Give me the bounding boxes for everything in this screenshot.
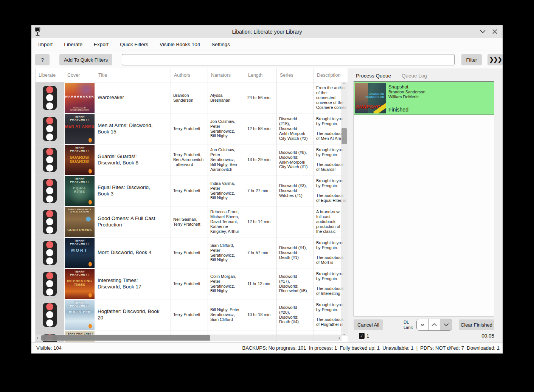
header-cover[interactable]: Cover xyxy=(64,68,95,82)
header-liberate[interactable]: Liberate xyxy=(36,68,64,82)
liberate-cell[interactable] xyxy=(36,268,64,299)
length-cell: 11 hr 12 min xyxy=(245,268,277,299)
queue-tabs: Process Queue Queue Log xyxy=(354,70,494,81)
tab-queue-log[interactable]: Queue Log xyxy=(402,73,427,79)
help-button[interactable]: ? xyxy=(35,54,50,65)
title-cell: Men at Arms: Discworld, Book 15 xyxy=(95,113,171,144)
clear-finished-button[interactable]: Clear Finished xyxy=(459,319,494,330)
menu-settings[interactable]: Settings xyxy=(206,38,236,51)
process-queue-panel: Process Queue Queue Log BRANDON SANDERSO… xyxy=(348,68,503,342)
cover-cell: TERRY PRATCHETTMORT xyxy=(64,237,95,268)
header-description[interactable]: Description xyxy=(314,68,348,82)
narrators-cell: Jon Culshaw, Peter Serafinowicz, Bill Ni… xyxy=(208,144,245,175)
header-length[interactable]: Length xyxy=(245,68,277,82)
cover-image: TERRY PRATCHETTHOGFATHER xyxy=(65,300,95,330)
length-cell: 12 hr 14 min xyxy=(245,206,277,237)
liberate-cell[interactable] xyxy=(36,175,64,206)
authors-cell: Terry Pratchett xyxy=(171,299,208,330)
queue-item[interactable]: BRANDON SANDERSON SNAPSHOT Snapshot Bran… xyxy=(354,82,494,115)
traffic-light-icon[interactable] xyxy=(43,117,57,141)
header-series[interactable]: Series xyxy=(277,68,314,82)
header-narrators[interactable]: Narrators xyxy=(208,68,245,82)
scroll-down-icon[interactable]: ⌄ xyxy=(343,332,346,336)
length-cell: 10 hr 18 min xyxy=(245,299,277,330)
search-input[interactable] xyxy=(122,54,455,65)
vertical-scrollbar[interactable]: ⌃ ⌄ xyxy=(341,82,348,336)
fast-forward-chevrons-icon[interactable]: ❯❯❯ xyxy=(487,54,503,65)
traffic-light-icon[interactable] xyxy=(43,148,57,172)
authors-cell: Terry Pratchett, Ben Aaronovitch - after… xyxy=(171,144,208,175)
header-authors[interactable]: Authors xyxy=(171,68,208,82)
series-cell: Discworld (#4), Discworld: Death (#1) xyxy=(277,237,314,268)
authors-cell: Neil Gaiman, Terry Pratchett xyxy=(171,206,208,237)
table-row: TERRY PRATCHETTINTERESTING TIMES Interes… xyxy=(35,268,348,299)
length-cell: 7 hr 27 min xyxy=(245,175,277,206)
scroll-right-icon[interactable]: › xyxy=(337,335,342,341)
authors-cell: Terry Pratchett xyxy=(171,268,208,299)
menu-export[interactable]: Export xyxy=(88,38,114,51)
length-cell: 13 hr 29 min xyxy=(245,144,277,175)
horizontal-scrollbar-thumb[interactable] xyxy=(41,335,210,341)
liberate-cell[interactable] xyxy=(36,237,64,268)
filter-button[interactable]: Filter xyxy=(461,54,482,65)
dl-limit-down-button[interactable] xyxy=(440,319,452,330)
title-cell: Good Omens: A Full Cast Production xyxy=(95,206,171,237)
menu-quick-filters[interactable]: Quick Filters xyxy=(114,38,154,51)
dl-limit-value: ∞ xyxy=(417,319,428,330)
traffic-light-icon[interactable] xyxy=(43,303,57,327)
horizontal-scrollbar[interactable]: ‹ › xyxy=(35,335,342,341)
liberate-cell[interactable] xyxy=(36,144,64,175)
menu-bar: Import Liberate Export Quick Filters Vis… xyxy=(31,38,503,51)
dl-limit-up-button[interactable] xyxy=(428,319,440,330)
narrators-cell: Rebecca Front, Michael Sheen, David Tenn… xyxy=(208,206,245,237)
table-row: TERRY PRATCHETTMEN AT ARMS Men at Arms: … xyxy=(35,113,348,144)
traffic-light-icon[interactable] xyxy=(43,210,57,234)
menu-import[interactable]: Import xyxy=(33,38,58,51)
table-row: TERRY PRATCHETTMORT Mort: Discworld, Boo… xyxy=(35,237,348,268)
table-row: TERRY PRATCHETT & NEIL GAIMANGOOD OMENS … xyxy=(35,206,348,237)
tab-process-queue[interactable]: Process Queue xyxy=(356,73,391,79)
traffic-light-icon[interactable] xyxy=(43,272,57,296)
scroll-left-icon[interactable]: ‹ xyxy=(35,335,40,341)
cover-image: TERRY PRATCHETT & NEIL GAIMANGOOD OMENS xyxy=(65,207,95,237)
title-cell: Guards! Guards!: Discworld, Book 8 xyxy=(95,144,171,175)
authors-cell: Brandon Sanderson xyxy=(171,82,208,113)
menu-liberate[interactable]: Liberate xyxy=(58,38,88,51)
cover-cell: WARBREAKERNARRATED BY ALYSSA BRESNAHAN xyxy=(64,82,95,113)
traffic-light-icon[interactable] xyxy=(43,241,57,265)
narrators-cell: Bill Nighy, Peter Serafinowicz, Sian Cli… xyxy=(208,299,245,330)
window-title: Libation: Liberate your Library xyxy=(31,29,503,35)
queue-count-label: 1 xyxy=(366,333,369,339)
length-cell: 7 hr 57 min xyxy=(245,237,277,268)
length-cell: 12 hr 58 min xyxy=(245,113,277,144)
vertical-scrollbar-thumb[interactable] xyxy=(342,128,347,144)
queue-item-cover-image: BRANDON SANDERSON SNAPSHOT xyxy=(355,83,386,113)
header-title[interactable]: Title xyxy=(95,68,171,82)
cancel-all-button[interactable]: Cancel All xyxy=(354,319,383,330)
menu-visible-books[interactable]: Visible Books 104 xyxy=(154,38,206,51)
title-cell: Hogfather: Discworld, Book 20 xyxy=(95,299,171,330)
cover-image: TERRY PRATCHETTMEN AT ARMS xyxy=(65,114,95,144)
series-cell xyxy=(277,206,314,237)
minimize-chevron-icon[interactable] xyxy=(479,28,486,35)
cover-cell: TERRY PRATCHETTINTERESTING TIMES xyxy=(64,268,95,299)
close-icon[interactable] xyxy=(491,28,498,35)
traffic-light-icon[interactable] xyxy=(43,86,57,110)
series-cell: Discworld (#3), Discworld: Witches (#1) xyxy=(277,175,314,206)
queue-count-checkbox[interactable]: ✓ xyxy=(359,333,365,339)
queue-item-author: Brandon Sanderson xyxy=(388,90,425,95)
queue-timer: 00:05 xyxy=(481,333,494,339)
cover-cell: TERRY PRATCHETTHOGFATHER xyxy=(64,299,95,330)
main-content: Liberate Cover Title Authors Narrators L… xyxy=(31,68,503,342)
title-cell: Equal Rites: Discworld, Book 3 xyxy=(95,175,171,206)
queue-footer: ✓ 1 00:05 xyxy=(354,332,494,340)
authors-cell: Terry Pratchett xyxy=(171,113,208,144)
traffic-light-icon[interactable] xyxy=(43,179,57,203)
scroll-up-icon[interactable]: ⌃ xyxy=(343,82,346,87)
liberate-cell[interactable] xyxy=(36,299,64,330)
liberate-cell[interactable] xyxy=(36,82,64,113)
liberate-cell[interactable] xyxy=(36,206,64,237)
add-to-quick-filters-button[interactable]: Add To Quick Filters xyxy=(59,54,112,65)
narrators-cell: Alyssa Bresnahan xyxy=(208,82,245,113)
liberate-cell[interactable] xyxy=(36,113,64,144)
